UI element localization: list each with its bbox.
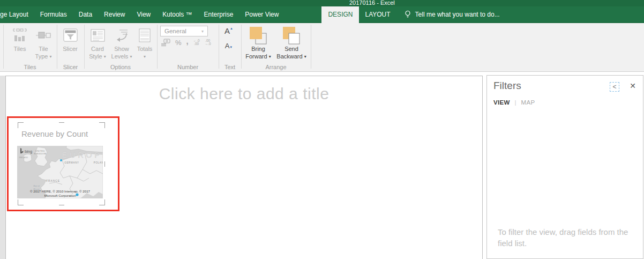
filters-tab-view[interactable]: VIEW bbox=[493, 99, 510, 106]
show-levels-label-2: Levels bbox=[111, 53, 129, 60]
combo-dropdown-icon: ▾ bbox=[198, 27, 207, 35]
accounting-icon bbox=[161, 39, 170, 46]
increase-font-size-button[interactable]: A▲ bbox=[221, 26, 237, 40]
tab-data[interactable]: Data bbox=[73, 6, 98, 22]
map-region-label: EUROPE bbox=[62, 151, 103, 159]
show-levels-label-1: Show bbox=[114, 46, 129, 52]
tell-me-label: Tell me what you want to do... bbox=[415, 11, 500, 18]
card-style-label-1: Card bbox=[91, 46, 104, 52]
ribbon-tab-bar: ge Layout Formulas Data Review View Kuto… bbox=[0, 6, 644, 23]
tab-power-view[interactable]: Power View bbox=[239, 6, 284, 22]
tab-page-layout[interactable]: ge Layout bbox=[0, 6, 34, 22]
lightbulb-icon bbox=[404, 10, 411, 18]
number-format-select[interactable]: General ▾ bbox=[160, 26, 208, 36]
group-separator bbox=[219, 25, 219, 69]
send-backward-label-1: Send bbox=[284, 46, 298, 52]
ribbon: Tiles Tile Type ▾ Tiles Slicer Slicer bbox=[0, 23, 644, 72]
europe-map-image: EUROPE bing UNITED KINGDOM IRELAND GERMA… bbox=[17, 146, 103, 198]
tell-me-box[interactable]: Tell me what you want to do... bbox=[404, 6, 500, 22]
tab-review[interactable]: Review bbox=[98, 6, 131, 22]
dropdown-arrow-icon: ▾ bbox=[269, 54, 271, 59]
increase-decimal-bottom: .00 bbox=[194, 42, 199, 46]
map-label-germany: GERMANY bbox=[64, 161, 79, 164]
map-data-point[interactable] bbox=[76, 193, 78, 196]
bing-map[interactable]: EUROPE bing UNITED KINGDOM IRELAND GERMA… bbox=[17, 146, 103, 198]
tab-formulas[interactable]: Formulas bbox=[34, 6, 73, 22]
dropdown-arrow-icon: ▾ bbox=[104, 54, 106, 59]
percent-style-button[interactable]: % bbox=[175, 39, 182, 47]
filters-panel: Filters < ✕ VIEW | MAP To filter the vie… bbox=[486, 75, 643, 259]
map-attribution-1: © 2017 HERE, © 2010 Intermap, © 2017 bbox=[30, 189, 91, 193]
slicer-icon bbox=[63, 28, 78, 42]
tile-type-icon bbox=[36, 28, 51, 42]
group-separator bbox=[311, 25, 311, 69]
send-backward-label-2: Backward bbox=[276, 53, 302, 60]
map-label-ireland: IRELAND bbox=[19, 157, 28, 159]
grow-font-triangle-icon: ▲ bbox=[230, 27, 233, 30]
close-panel-button[interactable]: ✕ bbox=[630, 82, 636, 90]
group-separator bbox=[57, 25, 57, 69]
selection-handle[interactable] bbox=[59, 122, 64, 123]
bring-forward-icon bbox=[249, 26, 268, 45]
group-separator bbox=[84, 25, 85, 69]
tab-view[interactable]: View bbox=[131, 6, 156, 22]
excel-window: 20170116 - Excel ge Layout Formulas Data… bbox=[0, 0, 644, 259]
dropdown-arrow-icon: ▾ bbox=[304, 54, 306, 59]
close-icon: ✕ bbox=[630, 82, 636, 90]
bring-forward-label-1: Bring bbox=[251, 46, 265, 52]
selection-handle[interactable] bbox=[104, 161, 105, 167]
canvas-title-placeholder[interactable]: Click here to add a title bbox=[6, 85, 482, 103]
tab-design-active[interactable]: DESIGN bbox=[321, 6, 359, 22]
group-separator bbox=[157, 25, 158, 69]
number-icons-row: % , ←.0 .00 .00 →.0 bbox=[161, 38, 216, 47]
comma-style-button[interactable]: , bbox=[186, 36, 189, 46]
selection-handle[interactable] bbox=[99, 122, 105, 128]
selection-handle[interactable] bbox=[99, 199, 105, 205]
dropdown-arrow-icon: ▾ bbox=[130, 54, 132, 59]
number-group-label: Number bbox=[157, 64, 219, 70]
show-levels-icon bbox=[114, 28, 129, 42]
filters-tab-map[interactable]: MAP bbox=[521, 99, 535, 106]
tab-enterprise[interactable]: Enterprise bbox=[198, 6, 239, 22]
options-group-label: Options bbox=[84, 64, 157, 70]
tab-separator: | bbox=[515, 99, 516, 106]
map-label-kingdom: KINGDOM bbox=[34, 152, 47, 155]
filters-placeholder-text: To filter the view, drag fields from the… bbox=[498, 226, 636, 249]
sheet-margin bbox=[0, 76, 5, 259]
window-title: 20170116 - Excel bbox=[349, 0, 395, 6]
selection-handle[interactable] bbox=[18, 122, 24, 128]
increase-font-letter: A bbox=[224, 26, 230, 35]
map-label-poland: POLAND bbox=[94, 161, 103, 164]
map-attribution-2: Microsoft Corporation bbox=[44, 194, 76, 197]
collapse-panel-button[interactable]: < bbox=[610, 82, 619, 92]
tab-layout[interactable]: LAYOUT bbox=[359, 6, 396, 22]
decrease-font-size-button[interactable]: A▼ bbox=[221, 41, 237, 55]
map-label-france: FRANCE bbox=[46, 180, 60, 182]
selection-handle[interactable] bbox=[18, 199, 24, 205]
number-format-value: General bbox=[164, 28, 186, 34]
shrink-font-triangle-icon: ▼ bbox=[229, 46, 233, 49]
totals-label: Totals bbox=[137, 46, 153, 52]
map-visual-selected[interactable]: Revenue by Count EUROPE bing bbox=[7, 116, 119, 211]
increase-decimal-button[interactable]: ←.0 .00 bbox=[193, 39, 200, 46]
bring-forward-label-2: Forward bbox=[245, 53, 267, 60]
group-separator bbox=[241, 25, 242, 69]
send-backward-icon bbox=[282, 26, 301, 45]
filters-tabs: VIEW | MAP bbox=[493, 99, 535, 106]
filters-panel-title: Filters bbox=[493, 80, 521, 92]
visual-title: Revenue by Count bbox=[21, 129, 105, 138]
tab-kutools[interactable]: Kutools ™ bbox=[156, 6, 198, 22]
decrease-decimal-button[interactable]: .00 →.0 bbox=[205, 39, 211, 46]
arrange-group-label: Arrange bbox=[241, 64, 311, 70]
group-separator bbox=[3, 25, 4, 69]
text-group-label: Text bbox=[219, 64, 241, 70]
tile-type-label-2: Type bbox=[35, 53, 48, 60]
card-style-label-2: Style bbox=[89, 53, 102, 60]
title-bar: 20170116 - Excel bbox=[0, 0, 644, 6]
accounting-format-button[interactable] bbox=[161, 39, 170, 46]
selection-handle[interactable] bbox=[59, 205, 64, 205]
tiles-icon bbox=[13, 28, 27, 42]
dropdown-arrow-icon: ▾ bbox=[144, 54, 146, 59]
tiles-group-label: Tiles bbox=[3, 64, 57, 70]
map-data-point[interactable] bbox=[60, 159, 62, 161]
